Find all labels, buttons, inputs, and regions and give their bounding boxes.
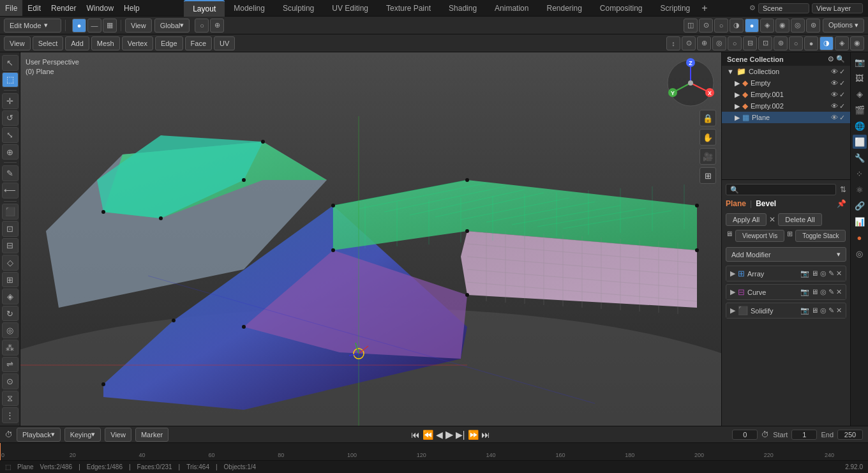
outliner-plane[interactable]: ▶ ▦ Plane 👁 ✓: [722, 112, 850, 123]
add-workspace-button[interactable]: +: [699, 3, 710, 14]
mod-3-delete-icon[interactable]: ✕: [836, 306, 842, 315]
snap-toggle[interactable]: ◎: [712, 36, 726, 50]
mod-1-delete-icon[interactable]: ✕: [836, 269, 842, 278]
extra-toggle[interactable]: ⊛: [774, 36, 788, 50]
modifier-pin-icon[interactable]: 📌: [837, 199, 846, 208]
add-modifier-button[interactable]: Add Modifier ▾: [726, 247, 846, 262]
edge-mode-btn[interactable]: —: [87, 19, 101, 33]
prop-icon-view-layer[interactable]: ◈: [853, 87, 867, 101]
prop-icon-constraints[interactable]: 🔗: [853, 199, 867, 213]
mod-1-camera-icon[interactable]: 📷: [800, 269, 809, 278]
next-frame-btn[interactable]: ▶|: [456, 430, 465, 440]
camera-btn[interactable]: 🎥: [700, 148, 716, 165]
mod-3-camera-icon[interactable]: 📷: [800, 306, 809, 315]
outliner-empty[interactable]: ▶ ◆ Empty 👁 ✓: [722, 77, 850, 89]
inset-tool[interactable]: ⊟: [2, 238, 19, 254]
mirror-toggle[interactable]: ⊟: [743, 36, 757, 50]
outliner-filter-icon[interactable]: ⊙: [828, 55, 834, 63]
spin-tool[interactable]: ↻: [2, 306, 19, 322]
key-first-btn[interactable]: ⏮: [411, 430, 420, 440]
key-prev-btn[interactable]: ⏪: [423, 430, 433, 440]
select-box-tool[interactable]: ⬚: [2, 72, 19, 88]
transform-tool[interactable]: ⊕: [2, 144, 19, 160]
collection-check-icon[interactable]: ✓: [839, 68, 845, 76]
shading-3[interactable]: ◑: [819, 36, 834, 50]
smooth-tool[interactable]: ◎: [2, 322, 19, 338]
viewport-shading-1[interactable]: ○: [714, 19, 728, 33]
current-frame-input[interactable]: [732, 430, 758, 440]
normals-btn[interactable]: ↕: [666, 36, 680, 50]
vertex-edit-btn[interactable]: Vertex: [122, 36, 153, 50]
tab-scripting[interactable]: Scripting: [652, 0, 700, 17]
shading-5[interactable]: ◉: [850, 36, 864, 50]
apply-all-button[interactable]: Apply All: [726, 213, 767, 226]
tab-shading[interactable]: Shading: [440, 0, 486, 17]
prop-icon-output[interactable]: 🖼: [853, 71, 867, 85]
edge-edit-btn[interactable]: Edge: [155, 36, 183, 50]
prop-icon-shader[interactable]: ◎: [853, 246, 867, 260]
toggle-stack-button[interactable]: Toggle Stack: [795, 230, 846, 242]
vertex-mode-btn[interactable]: ●: [72, 19, 86, 33]
tab-compositing[interactable]: Compositing: [591, 0, 652, 17]
mod-3-edit-icon[interactable]: ✎: [828, 306, 834, 315]
loop-cut-tool[interactable]: ⊞: [2, 272, 19, 288]
transform-dropdown[interactable]: Global ▾: [154, 19, 190, 33]
mod-1-render-icon[interactable]: ◎: [820, 269, 827, 278]
mod-2-edit-icon[interactable]: ✎: [828, 288, 834, 296]
delete-all-button[interactable]: Delete All: [778, 213, 821, 226]
lock-camera-btn[interactable]: 🔒: [700, 110, 716, 126]
prop-icon-material[interactable]: ●: [853, 230, 867, 244]
snap-to-toggle[interactable]: ⊡: [758, 36, 772, 50]
mod-3-render-icon[interactable]: ◎: [820, 306, 827, 315]
tab-modeling[interactable]: Modeling: [225, 0, 274, 17]
outliner-empty-002[interactable]: ▶ ◆ Empty.002 👁 ✓: [722, 100, 850, 112]
collection-eye-icon[interactable]: 👁: [831, 68, 838, 76]
shrink-tool[interactable]: ⊙: [2, 373, 19, 389]
tab-texture-paint[interactable]: Texture Paint: [377, 0, 440, 17]
tab-animation[interactable]: Animation: [486, 0, 537, 17]
outliner-search-icon[interactable]: 🔍: [836, 55, 845, 63]
plane-check-icon[interactable]: ✓: [839, 114, 845, 122]
cursor-tool[interactable]: ↖: [2, 55, 19, 71]
select-edit-btn[interactable]: Select: [33, 36, 64, 50]
shading-2[interactable]: ●: [804, 36, 818, 50]
poly-build-tool[interactable]: ◈: [2, 289, 19, 304]
tab-uv-editing[interactable]: UV Editing: [323, 0, 377, 17]
menu-window[interactable]: Window: [81, 0, 119, 16]
empty002-check-icon[interactable]: ✓: [839, 102, 845, 110]
props-sort-icon[interactable]: ⇅: [840, 185, 846, 194]
add-edit-btn[interactable]: Add: [65, 36, 89, 50]
gizmo-toggle[interactable]: ⊕: [697, 36, 711, 50]
menu-file[interactable]: File: [0, 0, 22, 16]
prop-icon-modifier[interactable]: 🔧: [853, 151, 867, 165]
annotate-tool[interactable]: ✎: [2, 165, 19, 181]
prop-icon-object[interactable]: ⬜: [853, 135, 867, 149]
key-last-btn[interactable]: ⏭: [481, 430, 490, 440]
viewport-shading-5[interactable]: ◉: [775, 19, 789, 33]
prop-icon-physics[interactable]: ⚛: [853, 183, 867, 197]
viewport-3d[interactable]: User Perspective (0) Plane Z X Y: [20, 52, 721, 426]
modifier-3-expand-icon[interactable]: ▶: [730, 306, 735, 315]
prev-frame-btn[interactable]: ◀: [436, 430, 443, 440]
view-toolbar-btn[interactable]: View: [125, 19, 152, 33]
empty-eye-icon[interactable]: 👁: [831, 79, 838, 87]
viewport-shading-2[interactable]: ◑: [730, 19, 744, 33]
grid-btn[interactable]: ⊞: [700, 167, 716, 184]
overlay-btn[interactable]: ⊙: [699, 19, 713, 33]
play-btn[interactable]: ▶: [445, 428, 453, 440]
mod-2-render-icon[interactable]: ◎: [820, 288, 827, 296]
modifier-2-expand-icon[interactable]: ▶: [730, 288, 735, 296]
scene-name-input[interactable]: [758, 3, 809, 13]
bevel-tool[interactable]: ◇: [2, 255, 19, 271]
rotate-tool[interactable]: ↺: [2, 110, 19, 126]
navigation-gizmo[interactable]: Z X Y: [665, 57, 716, 109]
menu-help[interactable]: Help: [119, 0, 145, 16]
viewport-shading-3[interactable]: ●: [745, 19, 759, 33]
mod-2-view-icon[interactable]: 🖥: [811, 288, 818, 296]
tab-rendering[interactable]: Rendering: [537, 0, 590, 17]
viewport-vis-button[interactable]: Viewport Vis: [735, 230, 784, 242]
menu-render[interactable]: Render: [46, 0, 81, 16]
view-edit-btn[interactable]: View: [4, 36, 31, 50]
face-edit-btn[interactable]: Face: [185, 36, 212, 50]
xray-toggle[interactable]: ◫: [684, 19, 698, 33]
